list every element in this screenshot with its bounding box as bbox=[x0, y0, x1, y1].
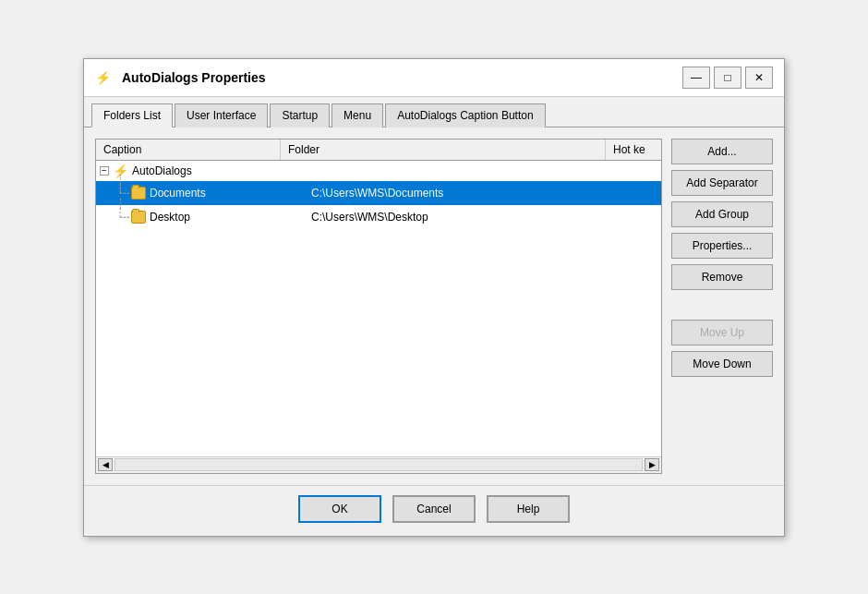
cancel-button[interactable]: Cancel bbox=[392, 495, 476, 523]
folder-icon bbox=[131, 187, 146, 200]
list-body[interactable]: − ⚡ AutoDialogs Documents bbox=[96, 161, 661, 456]
content-area: Caption Folder Hot ke − ⚡ AutoDialogs bbox=[84, 127, 784, 485]
horizontal-scrollbar[interactable]: ◀ ▶ bbox=[96, 456, 661, 473]
scroll-track[interactable] bbox=[115, 458, 643, 471]
ok-button[interactable]: OK bbox=[298, 495, 381, 523]
column-caption: Caption bbox=[96, 139, 281, 160]
connector-svg bbox=[113, 208, 131, 226]
item-path: C:\Users\WMS\Documents bbox=[311, 187, 657, 200]
folders-list-panel: Caption Folder Hot ke − ⚡ AutoDialogs bbox=[95, 139, 662, 474]
move-up-button[interactable]: Move Up bbox=[671, 320, 773, 345]
add-button[interactable]: Add... bbox=[671, 139, 773, 164]
root-label: AutoDialogs bbox=[132, 164, 294, 177]
window-title: AutoDialogs Properties bbox=[122, 70, 266, 85]
list-item[interactable]: Documents C:\Users\WMS\Documents bbox=[96, 181, 661, 205]
tab-bar: Folders List User Interface Startup Menu… bbox=[84, 97, 784, 127]
add-separator-button[interactable]: Add Separator bbox=[671, 170, 773, 196]
move-down-button[interactable]: Move Down bbox=[671, 351, 773, 377]
main-window: ⚡ AutoDialogs Properties — □ ✕ Folders L… bbox=[83, 58, 785, 537]
app-icon: ⚡ bbox=[95, 70, 111, 85]
list-item[interactable]: − ⚡ AutoDialogs bbox=[96, 161, 661, 181]
tree-connector bbox=[113, 184, 131, 202]
tab-startup[interactable]: Startup bbox=[270, 103, 330, 127]
tree-connector bbox=[113, 208, 131, 226]
tab-menu[interactable]: Menu bbox=[332, 103, 383, 127]
column-hotkey: Hot ke bbox=[606, 139, 661, 160]
connector-svg bbox=[113, 184, 131, 202]
add-group-button[interactable]: Add Group bbox=[671, 201, 773, 227]
tab-user-interface[interactable]: User Interface bbox=[175, 103, 268, 127]
item-caption: Documents bbox=[150, 187, 311, 200]
help-button[interactable]: Help bbox=[487, 495, 570, 523]
action-buttons-panel: Add... Add Separator Add Group Propertie… bbox=[671, 139, 773, 474]
title-controls: — □ ✕ bbox=[682, 67, 773, 89]
properties-button[interactable]: Properties... bbox=[671, 233, 773, 259]
tab-autodialogs-caption[interactable]: AutoDialogs Caption Button bbox=[385, 103, 545, 127]
footer: OK Cancel Help bbox=[84, 485, 784, 536]
title-bar: ⚡ AutoDialogs Properties — □ ✕ bbox=[84, 59, 784, 97]
folder-icon bbox=[131, 211, 146, 224]
scroll-right-button[interactable]: ▶ bbox=[645, 458, 659, 471]
maximize-button[interactable]: □ bbox=[714, 67, 741, 89]
item-path: C:\Users\WMS\Desktop bbox=[311, 211, 657, 224]
remove-button[interactable]: Remove bbox=[671, 264, 773, 290]
close-button[interactable]: ✕ bbox=[745, 67, 773, 89]
scroll-left-button[interactable]: ◀ bbox=[98, 458, 113, 471]
minimize-button[interactable]: — bbox=[682, 67, 710, 89]
collapse-icon[interactable]: − bbox=[100, 166, 109, 176]
list-item[interactable]: Desktop C:\Users\WMS\Desktop bbox=[96, 205, 661, 229]
spacer bbox=[671, 296, 773, 314]
title-bar-left: ⚡ AutoDialogs Properties bbox=[95, 70, 266, 85]
item-caption: Desktop bbox=[150, 211, 311, 224]
column-folder: Folder bbox=[281, 139, 606, 160]
list-header: Caption Folder Hot ke bbox=[96, 139, 661, 161]
tab-folders-list[interactable]: Folders List bbox=[91, 103, 173, 127]
